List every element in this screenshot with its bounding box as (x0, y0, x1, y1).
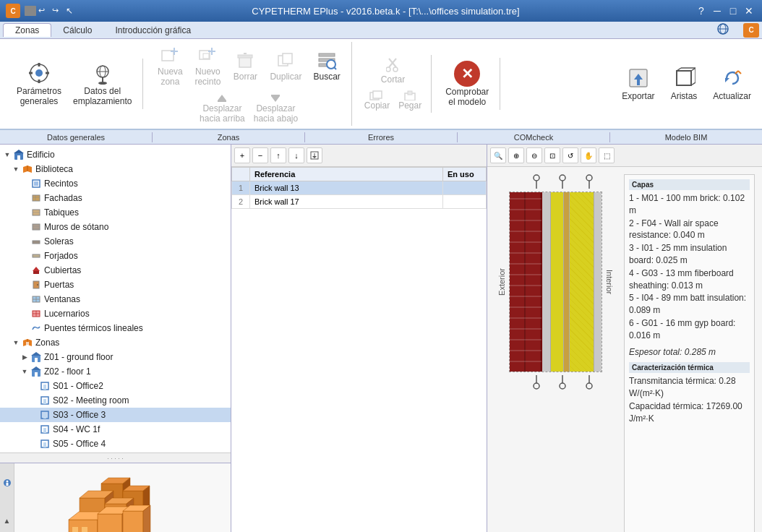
svg-point-37 (386, 67, 390, 72)
viz-btn-rotate[interactable]: ↺ (562, 147, 578, 163)
tabiques-label: Tabiques (44, 207, 79, 218)
tree-item-edificio[interactable]: ▼ Edificio (0, 147, 231, 162)
copiar-btn[interactable]: Copiar (361, 88, 393, 113)
desplazar-arriba-btn[interactable]: Desplazar hacia arriba (196, 91, 249, 126)
svg-point-137 (560, 175, 565, 181)
preview-up-btn[interactable]: ▲ (0, 502, 14, 532)
edificio-label: Edificio (27, 150, 55, 160)
svg-rect-72 (33, 271, 39, 274)
col-referencia: Referencia (250, 168, 443, 181)
tree-item-muros-sotano[interactable]: Muros de sótano (0, 220, 231, 234)
tree-item-ventanas[interactable]: Ventanas (0, 292, 231, 306)
table-add-btn[interactable]: + (234, 147, 250, 163)
forjados-label: Forjados (44, 251, 78, 261)
desplazar-abajo-btn[interactable]: Desplazar hacia abajo (250, 91, 301, 126)
muros-icon (30, 221, 42, 233)
viz-btn-pan[interactable]: ✋ (581, 147, 596, 163)
viz-btn-fit[interactable]: ⊡ (544, 147, 560, 163)
titlebar-undo-btn[interactable]: ↩ (38, 6, 50, 16)
tree-item-puertas[interactable]: Puertas (0, 278, 231, 292)
s04-label: S04 - WC 1f (53, 424, 100, 434)
viz-btn-zoom-plus[interactable]: ⊕ (508, 147, 524, 163)
cubiertas-label: Cubiertas (44, 265, 81, 275)
tree-item-z02[interactable]: ▼ Z02 - floor 1 (0, 364, 231, 379)
aristas-btn[interactable]: Aristas (666, 64, 703, 104)
help-btn[interactable]: ? (694, 4, 709, 18)
muros-sotano-label: Muros de sótano (44, 222, 108, 232)
exportar-btn[interactable]: Exportar (617, 64, 659, 104)
titlebar-save-btn[interactable] (25, 6, 36, 16)
menu-tab-intro-grafica[interactable]: Introducción gráfica (103, 24, 202, 37)
duplicar-btn[interactable]: Duplicar (265, 47, 307, 85)
title-controls: ? ─ □ ✕ (694, 4, 756, 18)
zonas-icon (22, 337, 33, 348)
table-row[interactable]: 2 Brick wall 17 (232, 195, 487, 209)
toolbar-edit: Cortar Copiar Pegar (355, 55, 432, 113)
svg-rect-18 (203, 53, 209, 59)
toolbar-errores: ✕ Comprobar el modelo (434, 58, 500, 110)
parametros-generales-btn[interactable]: Parámetros generales (12, 59, 67, 109)
menu-tab-calculo[interactable]: Cálculo (51, 24, 103, 37)
table-up-btn[interactable]: ↑ (270, 147, 286, 163)
minimize-btn[interactable]: ─ (710, 4, 724, 18)
tree-item-s01[interactable]: S01 - Office2 (0, 379, 231, 393)
svg-rect-129 (123, 511, 143, 532)
menu-tab-zonas[interactable]: Zonas (3, 23, 51, 37)
top-connectors (509, 174, 603, 189)
table-down-btn[interactable]: ↓ (288, 147, 304, 163)
pegar-btn[interactable]: Pegar (395, 88, 425, 113)
table-row[interactable]: 1 Brick wall 13 (232, 181, 487, 195)
s02-label: S02 - Meeting room (53, 395, 129, 406)
tree-item-recintos[interactable]: Recintos (0, 176, 231, 191)
layer-gyp-board (594, 192, 602, 372)
cubiertas-icon (30, 265, 42, 276)
tree-item-s03[interactable]: S03 - Office 3 (0, 408, 231, 422)
copy-paste-buttons: Copiar Pegar (361, 88, 425, 113)
move-buttons: Desplazar hacia arriba Desplazar hacia a… (196, 91, 301, 126)
tree-item-soleras[interactable]: Soleras (0, 234, 231, 249)
tree-item-tabiques[interactable]: Tabiques (0, 205, 231, 220)
edit-buttons: Cortar (377, 55, 408, 87)
close-btn[interactable]: ✕ (742, 4, 756, 18)
cortar-btn[interactable]: Cortar (377, 55, 408, 87)
cyp-logo-btn[interactable]: C (743, 23, 759, 38)
tree-item-s05[interactable]: S05 - Office 4 (0, 437, 231, 451)
tree-item-biblioteca[interactable]: ▼ Biblioteca (0, 162, 231, 176)
tree-item-cubiertas[interactable]: Cubiertas (0, 263, 231, 278)
tree-item-lucernarios[interactable]: Lucernarios (0, 306, 231, 321)
layer-info-1: 1 - M01 - 100 mm brick: 0.102 m (629, 192, 750, 217)
tree-area: ▼ Edificio ▼ Biblioteca Reci (0, 145, 231, 452)
help-globe-btn[interactable] (704, 22, 742, 38)
viz-btn-zoom-minus[interactable]: ⊖ (526, 147, 542, 163)
aristas-label: Aristas (671, 91, 698, 101)
titlebar-redo-btn[interactable]: ↪ (52, 6, 64, 16)
svg-point-146 (586, 383, 592, 389)
datos-emplazamiento-btn[interactable]: Datos del emplazamiento (68, 59, 137, 109)
nuevo-recinto-btn[interactable]: Nuevo recinto (189, 42, 226, 90)
titlebar-cursor-btn[interactable]: ↖ (66, 6, 77, 16)
tree-item-forjados[interactable]: Forjados (0, 249, 231, 263)
viz-btn-zoom-in[interactable]: 🔍 (490, 147, 506, 163)
toolbar-zonas: Nueva zona Nuevo recinto Bo (146, 42, 351, 126)
actualizar-btn[interactable]: Actualizar (708, 64, 756, 104)
svg-rect-5 (38, 63, 40, 66)
tree-item-zonas[interactable]: ▼ Zonas (0, 335, 231, 350)
tree-item-s04[interactable]: S04 - WC 1f (0, 422, 231, 437)
viz-btn-select[interactable]: ⬚ (599, 147, 615, 163)
table-remove-btn[interactable]: − (252, 147, 268, 163)
tree-item-z01[interactable]: ▶ Z01 - ground floor (0, 350, 231, 364)
comprobar-modelo-btn[interactable]: ✕ Comprobar el modelo (440, 58, 494, 110)
preview-nav-icon[interactable] (0, 463, 14, 502)
svg-rect-65 (33, 224, 40, 230)
tree-item-puentes-termicos[interactable]: Puentes térmicos lineales (0, 321, 231, 335)
title-text: CYPETHERM EPlus - v2016.beta.k - [T:\...… (77, 6, 694, 17)
recintos-label: Recintos (44, 179, 78, 189)
maximize-btn[interactable]: □ (726, 4, 740, 18)
table-import-btn[interactable] (307, 147, 322, 163)
layer-info-3: 3 - I01 - 25 mm insulation board: 0.025 … (629, 242, 750, 267)
nueva-zona-btn[interactable]: Nueva zona (152, 42, 188, 90)
borrar-btn[interactable]: Borrar (227, 47, 263, 85)
tree-item-fachadas[interactable]: Fachadas (0, 191, 231, 205)
buscar-btn[interactable]: Buscar (308, 47, 345, 85)
tree-item-s02[interactable]: S02 - Meeting room (0, 393, 231, 408)
